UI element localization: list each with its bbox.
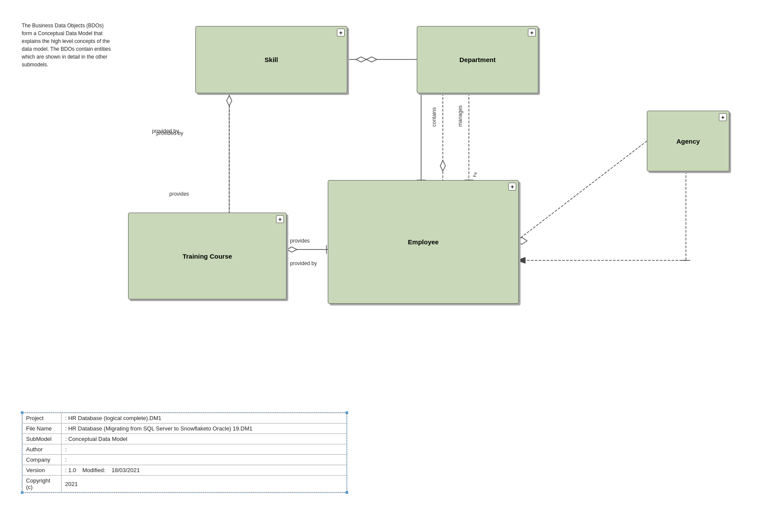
svg-marker-4 <box>287 247 297 252</box>
svg-marker-1 <box>227 95 232 106</box>
entity-employee-expand[interactable]: + <box>508 183 516 190</box>
metadata-copyright-value: 2021 <box>62 476 347 493</box>
corner-bl <box>21 491 23 494</box>
metadata-project-label: Project <box>23 413 62 424</box>
entity-department[interactable]: Department + <box>417 26 538 93</box>
metadata-company-label: Company <box>23 455 62 465</box>
metadata-filename-row: File Name : HR Database (Migrating from … <box>23 424 347 434</box>
metadata-submodel-value: : Conceptual Data Model <box>62 434 347 444</box>
label-provides-to-employee: provides <box>290 238 310 244</box>
label-provides-training: provides <box>169 191 189 197</box>
entity-department-label: Department <box>459 56 495 63</box>
metadata-project-value: : HR Database (logical complete).DM1 <box>62 413 347 424</box>
label-z: Z <box>473 171 477 178</box>
entity-training-course-label: Training Course <box>182 253 232 260</box>
label-contains: contains <box>431 107 437 127</box>
metadata-company-row: Company : <box>23 455 347 465</box>
metadata-company-value: : <box>62 455 347 465</box>
metadata-submodel-label: SubModel <box>23 434 62 444</box>
metadata-author-value: : <box>62 444 347 455</box>
entity-skill[interactable]: Skill + <box>195 26 347 93</box>
entity-training-course[interactable]: Training Course + <box>128 213 287 299</box>
metadata-filename-value: : HR Database (Migrating from SQL Server… <box>62 424 347 434</box>
metadata-author-row: Author : <box>23 444 347 455</box>
entity-agency[interactable]: Agency + <box>647 111 729 171</box>
metadata-version-label: Version <box>23 465 62 476</box>
modified-label: Modified: <box>82 467 105 473</box>
corner-br <box>346 491 348 494</box>
svg-marker-8 <box>356 57 366 62</box>
metadata-version-row: Version : 1.0 Modified: 18/03/2021 <box>23 465 347 476</box>
metadata-filename-label: File Name <box>23 424 62 434</box>
metadata-submodel-row: SubModel : Conceptual Data Model <box>23 434 347 444</box>
metadata-copyright-label: Copyright (c) <box>23 476 62 493</box>
metadata-project-row: Project : HR Database (logical complete)… <box>23 413 347 424</box>
metadata-author-label: Author <box>23 444 62 455</box>
entity-skill-label: Skill <box>265 56 278 63</box>
entity-employee[interactable]: Employee + <box>328 180 519 304</box>
svg-marker-9 <box>366 57 377 62</box>
svg-marker-12 <box>440 161 445 171</box>
entity-agency-label: Agency <box>676 138 700 145</box>
corner-tl <box>21 411 23 414</box>
label-manages: manages <box>457 105 463 127</box>
metadata-fields: Project : HR Database (logical complete)… <box>22 413 347 493</box>
metadata-version-value: : 1.0 Modified: 18/03/2021 <box>62 465 347 476</box>
label-provided-by-employee: provided by <box>290 260 317 266</box>
entity-department-expand[interactable]: + <box>528 29 536 36</box>
entity-agency-expand[interactable]: + <box>719 113 727 121</box>
svg-line-18 <box>517 141 647 241</box>
entity-employee-label: Employee <box>408 238 439 246</box>
version-number: : 1.0 <box>65 467 76 473</box>
metadata-table: Project : HR Database (logical complete)… <box>22 412 347 493</box>
description-text: The Business Data Objects (BDOs) form a … <box>22 22 113 69</box>
modified-value: 18/03/2021 <box>112 467 140 473</box>
corner-tr <box>346 411 348 414</box>
entity-training-course-expand[interactable]: + <box>276 215 284 223</box>
entity-skill-expand[interactable]: + <box>337 29 345 36</box>
label-provided-by-skill: provided by <box>156 130 183 136</box>
metadata-copyright-row: Copyright (c) 2021 <box>23 476 347 493</box>
canvas: The Business Data Objects (BDOs) form a … <box>0 0 758 532</box>
